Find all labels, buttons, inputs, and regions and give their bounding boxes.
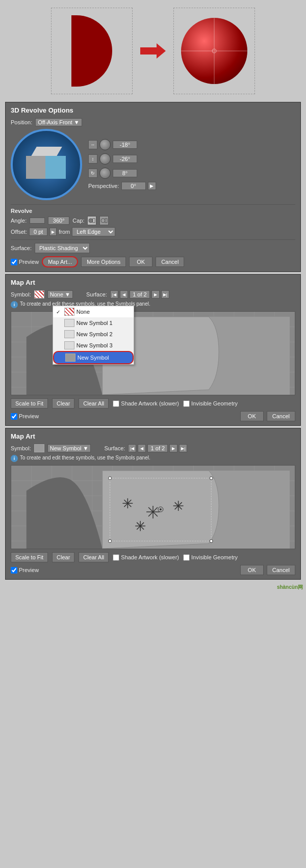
symbol-dropdown-arrow-icon-2: ▼ — [83, 445, 89, 451]
offset-label: Offset: — [11, 229, 27, 235]
shade-checkbox-1[interactable] — [113, 400, 119, 407]
invisible-checkbox-2[interactable] — [183, 554, 190, 561]
surface-prev-btn-1[interactable]: ◀ — [120, 290, 128, 299]
svg-point-68 — [210, 539, 213, 542]
rotate-y-input[interactable]: -26° — [113, 155, 137, 163]
cube-widget[interactable] — [11, 129, 82, 200]
offset-input[interactable] — [29, 228, 47, 236]
sphere-shape — [181, 18, 247, 84]
svg-point-66 — [210, 477, 213, 480]
angle-row: Angle: Cap: — [11, 216, 295, 225]
svg-rect-6 — [101, 219, 105, 223]
preview-ok-row-1: Preview OK Cancel — [11, 411, 295, 421]
shade-checkbox-label-2[interactable]: Shade Artwork (slower) — [113, 554, 179, 561]
preview-checkbox-2[interactable] — [11, 567, 17, 574]
preview-checkbox[interactable] — [11, 259, 17, 265]
surface-first-btn-2[interactable]: |◀ — [128, 444, 136, 452]
surface-nav-2: |◀ ◀ 1 of 2 ▶ ▶| — [128, 444, 187, 452]
map-art-top-row-2: Symbol: New Symbol ▼ Surface: |◀ ◀ 1 of … — [11, 444, 295, 452]
perspective-row: Perspective: 0° ▶ — [88, 182, 156, 190]
surface-first-btn-1[interactable]: |◀ — [110, 290, 118, 299]
from-select[interactable]: Left Edge Right Edge — [72, 227, 115, 236]
ok-cancel-row-2: OK Cancel — [240, 565, 295, 575]
dropdown-item-new-symbol[interactable]: New Symbol — [53, 351, 134, 364]
shade-checkbox-2[interactable] — [113, 554, 119, 561]
surface-count-1: 1 of 2 — [130, 290, 150, 299]
dropdown-item-none[interactable]: ✓ None — [53, 306, 134, 317]
angle-input[interactable] — [48, 216, 69, 225]
symbol-select-2[interactable]: New Symbol ▼ — [47, 444, 91, 452]
perspective-input[interactable]: 0° — [121, 182, 146, 190]
surface-last-btn-2[interactable]: ▶| — [179, 444, 187, 452]
dropdown-item-new-symbol-1[interactable]: New Symbol 1 — [53, 317, 134, 329]
preview-check-label-2[interactable]: Preview — [11, 567, 39, 574]
info-icon-2: i — [11, 455, 18, 462]
dropdown-item-new-symbol-2[interactable]: New Symbol 2 — [53, 329, 134, 340]
rotate-z-input[interactable]: 8° — [113, 169, 137, 177]
symbol-label-2: Symbol: — [11, 445, 31, 451]
clear-all-button-2[interactable]: Clear All — [79, 552, 109, 562]
map-art-cancel-button-2[interactable]: Cancel — [267, 565, 295, 575]
clear-button-1[interactable]: Clear — [52, 398, 74, 409]
svg-point-65 — [109, 477, 112, 480]
shade-checkbox-label-1[interactable]: Shade Artwork (slower) — [113, 400, 179, 407]
cube-inner — [26, 147, 67, 182]
perspective-increment-btn[interactable]: ▶ — [148, 182, 156, 190]
cap-right-icon — [100, 217, 108, 224]
svg-rect-7 — [105, 219, 107, 223]
checkmark-icon: ✓ — [56, 309, 62, 315]
offset-arrow-btn[interactable]: ▶ — [49, 228, 57, 236]
svg-marker-0 — [140, 43, 166, 59]
invisible-checkbox-1[interactable] — [183, 400, 190, 407]
revolve-options-panel: 3D Revolve Options Position: Off-Axis Fr… — [5, 102, 301, 272]
map-art-ok-button-1[interactable]: OK — [240, 411, 264, 421]
svg-point-67 — [109, 539, 112, 542]
preview-checkbox-label[interactable]: Preview — [11, 259, 39, 265]
map-art-button[interactable]: Map Art... — [42, 256, 78, 267]
symbol-dropdown-menu-1: ✓ None New Symbol 1 New Symbol 2 — [53, 306, 134, 365]
map-art-ok-button-2[interactable]: OK — [240, 565, 264, 575]
symbol-select-1[interactable]: None ▼ — [47, 290, 73, 299]
clear-button-2[interactable]: Clear — [52, 552, 74, 562]
preview-check-label-1[interactable]: Preview — [11, 413, 39, 420]
sphere-container — [173, 8, 255, 94]
preview-ok-row-2: Preview OK Cancel — [11, 565, 295, 575]
rotation-z-row: ↻ 8° — [88, 168, 156, 179]
offset-row: Offset: ▶ from Left Edge Right Edge — [11, 227, 295, 236]
rotate-z-dial[interactable] — [99, 168, 111, 179]
scale-fit-button-1[interactable]: Scale to Fit — [11, 398, 48, 409]
cap-left-btn[interactable] — [87, 216, 96, 225]
surface-prev-btn-2[interactable]: ◀ — [138, 444, 146, 452]
symbol-label-1: Symbol: — [11, 291, 31, 297]
surface-next-btn-1[interactable]: ▶ — [151, 290, 160, 299]
scale-fit-button-2[interactable]: Scale to Fit — [11, 552, 48, 562]
preview-checkbox-1[interactable] — [11, 413, 17, 420]
half-shape — [71, 15, 112, 87]
rotate-x-dial[interactable] — [99, 139, 111, 150]
invisible-checkbox-label-2[interactable]: Invisible Geometry — [183, 554, 238, 561]
clear-all-button-1[interactable]: Clear All — [79, 398, 109, 409]
rotate-x-input[interactable]: -18° — [113, 141, 137, 149]
cap-right-btn[interactable] — [99, 216, 109, 225]
surface-select[interactable]: Plastic Shading Diffuse Shading No Shadi… — [35, 243, 90, 253]
position-select[interactable]: Off-Axis Front ▼ — [35, 118, 82, 126]
surface-label: Surface: — [11, 245, 32, 251]
angle-slider[interactable] — [30, 218, 45, 224]
surface-nav-1: |◀ ◀ 1 of 2 ▶ ▶| — [110, 290, 169, 299]
angle-label: Angle: — [11, 218, 27, 224]
invisible-checkbox-label-1[interactable]: Invisible Geometry — [183, 400, 238, 407]
map-art-cancel-button-1[interactable]: Cancel — [267, 411, 295, 421]
position-label: Position: — [11, 119, 32, 125]
surface-last-btn-1[interactable]: ▶| — [161, 290, 169, 299]
dropdown-item-new-symbol-3[interactable]: New Symbol 3 — [53, 340, 134, 351]
rotate-y-dial[interactable] — [99, 153, 111, 165]
surface-label-2: Surface: — [104, 445, 125, 451]
map-art-title-2: Map Art — [11, 432, 295, 440]
ok-button[interactable]: OK — [129, 257, 152, 267]
cancel-button[interactable]: Cancel — [156, 257, 184, 267]
map-canvas-2[interactable] — [11, 465, 295, 549]
more-options-button[interactable]: More Options — [81, 257, 126, 267]
map-art-title-1: Map Art — [11, 279, 295, 286]
symbol-dropdown-arrow-icon: ▼ — [65, 291, 70, 297]
surface-next-btn-2[interactable]: ▶ — [169, 444, 177, 452]
